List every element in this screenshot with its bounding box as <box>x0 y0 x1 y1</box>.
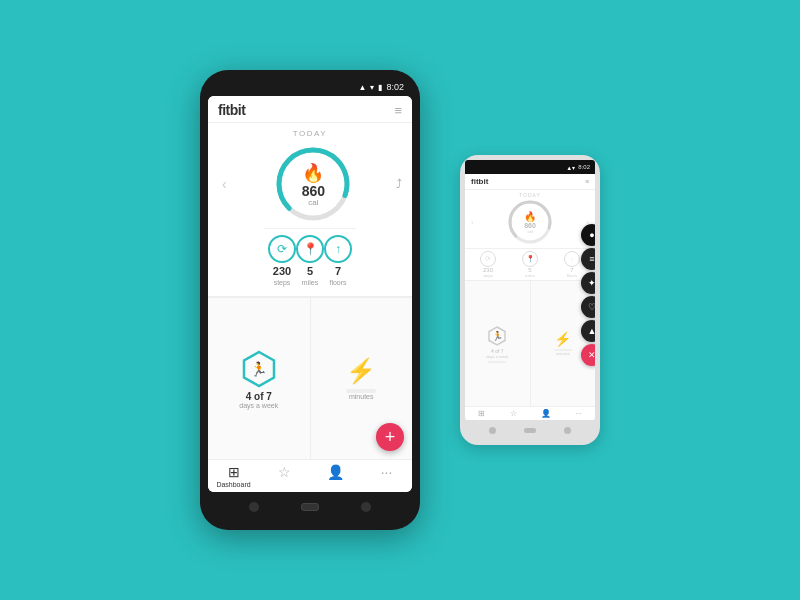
goal-activity: 🏃 4 of 7 days a week <box>208 298 311 459</box>
sm-home-button[interactable] <box>524 428 536 433</box>
sm-goals-row: 🏃 4 of 7 days a week ⚡ minutes <box>465 280 595 406</box>
goal-minutes: ⚡ minutes + <box>311 298 413 459</box>
prev-arrow[interactable]: ‹ <box>218 172 231 196</box>
calorie-unit: cal <box>308 198 318 207</box>
time-display: 8:02 <box>386 82 404 92</box>
app-screen: fitbit ≡ TODAY ‹ <box>208 96 412 492</box>
phone-small: ▲▾ 8:02 fitbit ≡ TODAY ‹ <box>460 155 600 445</box>
star-icon: ☆ <box>278 464 291 480</box>
sm-calorie-circle: 🔥 860 cal <box>506 198 554 246</box>
scene: ▲ ▾ ▮ 8:02 fitbit ≡ TODAY ‹ <box>0 0 800 600</box>
sm-app-logo: fitbit <box>471 177 488 186</box>
sm-more-icon: ··· <box>575 409 582 418</box>
ctx-btn-1[interactable]: ● <box>581 224 595 246</box>
dashboard-label: Dashboard <box>216 481 250 488</box>
floors-icon: ↑ <box>324 235 352 263</box>
stats-row: ⟳ 230 steps 📍 5 miles ↑ 7 floors <box>264 228 356 292</box>
status-bar-small: ▲▾ 8:02 <box>465 160 595 174</box>
sm-stat-floors: ↑ 7 floors <box>564 251 580 278</box>
sm-app-screen: fitbit ≡ TODAY ‹ 🔥 860 cal <box>465 174 595 420</box>
sm-calorie-unit: cal <box>527 229 532 234</box>
sm-nav-dashboard[interactable]: ⊞ <box>465 409 498 418</box>
sm-calorie-row: ‹ 🔥 860 cal › <box>471 198 589 246</box>
hardware-buttons-small <box>465 420 595 440</box>
recent-button[interactable] <box>361 502 371 512</box>
sm-prev-arrow[interactable]: ‹ <box>471 218 474 227</box>
home-button[interactable] <box>301 503 319 511</box>
calorie-inner: 🔥 860 cal <box>302 162 325 207</box>
friends-icon: 👤 <box>327 464 344 480</box>
sm-stat-miles: 📍 5 miles <box>522 251 538 278</box>
app-logo: fitbit <box>218 102 245 118</box>
wifi-icon: ▾ <box>370 83 374 92</box>
calorie-value: 860 <box>302 184 325 198</box>
sm-activity-label: days a week <box>486 354 508 359</box>
sm-activity-hex: 🏃 <box>486 325 508 347</box>
sm-calorie-icon: 🔥 <box>524 211 536 222</box>
sm-stat-steps: ⟳ 230 steps <box>480 251 496 278</box>
sm-lightning-icon: ⚡ <box>554 331 571 347</box>
minutes-label: minutes <box>349 393 374 400</box>
share-icon[interactable]: ⤴ <box>396 177 402 191</box>
ctx-btn-close[interactable]: ✕ <box>581 344 595 366</box>
sm-floors-icon: ↑ <box>564 251 580 267</box>
sm-nav-more[interactable]: ··· <box>563 409 596 418</box>
ctx-btn-3[interactable]: ✦ <box>581 272 595 294</box>
stat-steps: ⟳ 230 steps <box>268 235 296 286</box>
context-menu: ● ≡ ✦ ♡ ▲ ✕ <box>581 224 595 366</box>
calorie-row: ‹ 🔥 860 cal <box>218 140 402 228</box>
lightning-icon: ⚡ <box>346 357 376 385</box>
sm-stats-row: ⟳ 230 steps 📍 5 miles ↑ 7 floors <box>465 248 595 280</box>
calorie-icon: 🔥 <box>302 162 324 184</box>
sm-today-section: TODAY ‹ 🔥 860 cal › <box>465 190 595 248</box>
hardware-buttons-large <box>208 492 412 522</box>
signal-icon: ▲ <box>359 83 367 92</box>
sm-back-button[interactable] <box>489 427 496 434</box>
sm-miles-icon: 📍 <box>522 251 538 267</box>
activity-value: 4 of 7 <box>246 391 272 402</box>
calorie-circle: 🔥 860 cal <box>273 144 353 224</box>
run-icon: 🏃 <box>250 361 267 377</box>
sm-dashboard-icon: ⊞ <box>478 409 485 418</box>
ctx-btn-4[interactable]: ♡ <box>581 296 595 318</box>
sm-menu-icon[interactable]: ≡ <box>585 178 589 185</box>
more-icon: ··· <box>381 464 393 480</box>
nav-dashboard[interactable]: ⊞ Dashboard <box>208 464 259 488</box>
stat-miles: 📍 5 miles <box>296 235 324 286</box>
sm-minutes-label: minutes <box>556 351 570 356</box>
sm-activity-bar <box>488 361 506 363</box>
ctx-btn-2[interactable]: ≡ <box>581 248 595 270</box>
ctx-btn-5[interactable]: ▲ <box>581 320 595 342</box>
sm-time: 8:02 <box>578 164 590 170</box>
goals-row: 🏃 4 of 7 days a week ⚡ minutes + <box>208 297 412 459</box>
sm-recent-button[interactable] <box>564 427 571 434</box>
sm-nav-friends[interactable]: 👤 <box>530 409 563 418</box>
dashboard-icon: ⊞ <box>228 464 240 480</box>
steps-label: steps <box>274 279 291 286</box>
today-section: TODAY ‹ 🔥 860 cal <box>208 123 412 297</box>
nav-friends[interactable]: 👤 <box>310 464 361 488</box>
sm-calorie-value: 860 <box>524 222 536 229</box>
sm-bottom-nav: ⊞ ☆ 👤 ··· <box>465 406 595 420</box>
back-button[interactable] <box>249 502 259 512</box>
sm-steps-icon: ⟳ <box>480 251 496 267</box>
sm-nav-challenges[interactable]: ☆ <box>498 409 531 418</box>
sm-run-icon: 🏃 <box>492 331 503 341</box>
stat-floors: ↑ 7 floors <box>324 235 352 286</box>
fab-button[interactable]: + <box>376 423 404 451</box>
sm-floors-label: floors <box>567 273 577 278</box>
nav-challenges[interactable]: ☆ <box>259 464 310 488</box>
sm-calorie-inner: 🔥 860 cal <box>524 211 536 234</box>
app-header: fitbit ≡ <box>208 96 412 123</box>
menu-icon[interactable]: ≡ <box>394 103 402 118</box>
nav-more[interactable]: ··· <box>361 464 412 488</box>
sm-star-icon: ☆ <box>510 409 517 418</box>
miles-value: 5 <box>307 265 313 277</box>
phone-large: ▲ ▾ ▮ 8:02 fitbit ≡ TODAY ‹ <box>200 70 420 530</box>
steps-value: 230 <box>273 265 291 277</box>
steps-icon: ⟳ <box>268 235 296 263</box>
activity-hex: 🏃 <box>239 349 279 389</box>
today-label: TODAY <box>293 129 327 138</box>
sm-steps-label: steps <box>483 273 493 278</box>
floors-value: 7 <box>335 265 341 277</box>
